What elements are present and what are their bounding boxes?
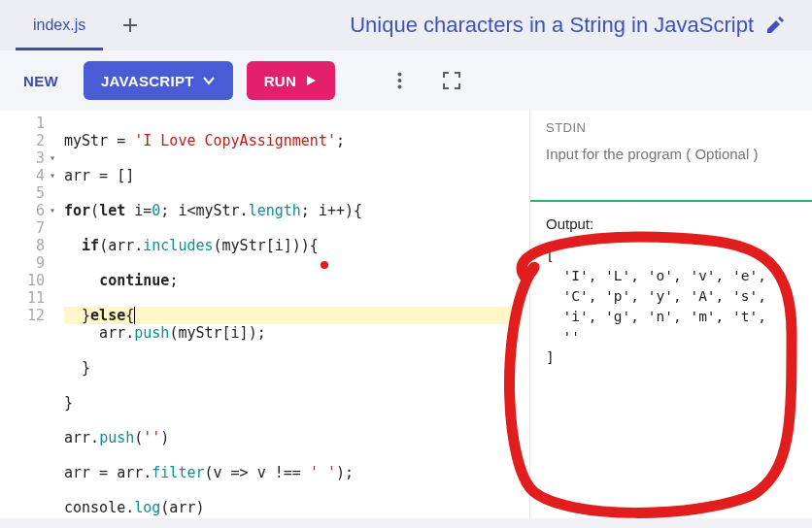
line-number: 6 bbox=[0, 202, 45, 219]
stdin-label: STDIN bbox=[546, 120, 796, 135]
main-area: 1 2 3 4 5 6 7 8 9 10 11 12 myStr = 'I Lo… bbox=[0, 111, 812, 518]
more-menu[interactable] bbox=[380, 61, 419, 100]
line-number: 1 bbox=[0, 115, 45, 132]
title-area: Unique characters in a String in JavaScr… bbox=[350, 13, 804, 38]
output-label: Output: bbox=[546, 215, 796, 232]
line-number: 8 bbox=[0, 237, 45, 254]
run-label: RUN bbox=[264, 73, 296, 89]
run-button[interactable]: RUN bbox=[247, 61, 335, 100]
kebab-icon bbox=[397, 72, 402, 89]
code-editor[interactable]: 1 2 3 4 5 6 7 8 9 10 11 12 myStr = 'I Lo… bbox=[0, 111, 530, 518]
line-number: 2 bbox=[0, 132, 45, 149]
language-select[interactable]: JAVASCRIPT bbox=[84, 61, 233, 100]
breakpoint-marker bbox=[321, 261, 328, 269]
new-label: NEW bbox=[23, 73, 58, 89]
tabs-row: index.js Unique characters in a String i… bbox=[0, 0, 812, 50]
toolbar: NEW JAVASCRIPT RUN bbox=[0, 50, 812, 111]
line-number: 4 bbox=[0, 167, 45, 184]
svg-point-2 bbox=[397, 85, 401, 89]
stdin-input[interactable] bbox=[546, 145, 796, 182]
svg-point-0 bbox=[397, 73, 401, 77]
line-number: 5 bbox=[0, 184, 45, 202]
fullscreen-button[interactable] bbox=[432, 61, 471, 100]
line-number: 11 bbox=[0, 289, 45, 307]
pencil-icon[interactable] bbox=[765, 16, 785, 35]
line-number: 9 bbox=[0, 254, 45, 272]
page-title: Unique characters in a String in JavaScr… bbox=[350, 13, 754, 38]
app-root: index.js Unique characters in a String i… bbox=[0, 0, 812, 528]
chevron-down-icon bbox=[202, 74, 216, 87]
stdin-panel: STDIN bbox=[530, 111, 812, 202]
output-panel: Output: [ 'I', 'L', 'o', 'v', 'e', 'C', … bbox=[530, 202, 812, 518]
gutter: 1 2 3 4 5 6 7 8 9 10 11 12 bbox=[0, 111, 51, 518]
play-icon bbox=[304, 74, 318, 87]
plus-icon bbox=[122, 17, 138, 33]
output-body: [ 'I', 'L', 'o', 'v', 'e', 'C', 'p', 'y'… bbox=[546, 246, 796, 368]
language-label: JAVASCRIPT bbox=[101, 73, 194, 89]
line-number: 3 bbox=[0, 149, 45, 167]
line-number: 7 bbox=[0, 219, 45, 237]
code-body[interactable]: myStr = 'I Love CopyAssignment'; arr = [… bbox=[51, 111, 529, 518]
side-panel: STDIN Output: [ 'I', 'L', 'o', 'v', 'e',… bbox=[530, 111, 812, 518]
fullscreen-icon bbox=[443, 72, 460, 89]
line-number: 10 bbox=[0, 272, 45, 289]
tab-file[interactable]: index.js bbox=[8, 0, 111, 50]
add-tab-button[interactable] bbox=[111, 0, 150, 50]
new-button[interactable]: NEW bbox=[12, 61, 70, 100]
line-number: 12 bbox=[0, 307, 45, 324]
tab-label: index.js bbox=[33, 16, 85, 34]
svg-point-1 bbox=[397, 79, 401, 82]
